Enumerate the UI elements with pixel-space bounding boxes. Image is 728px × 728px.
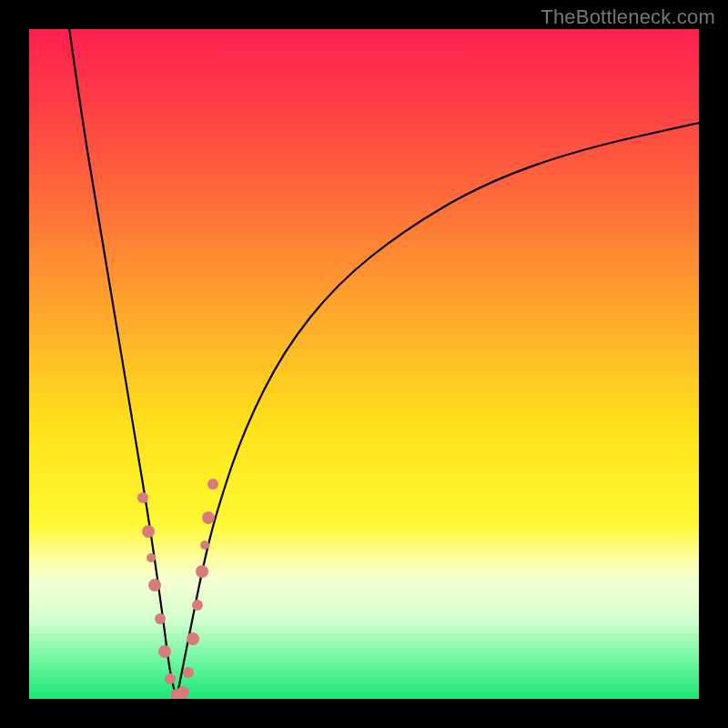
- data-marker: [158, 645, 171, 658]
- data-marker: [147, 553, 156, 562]
- data-marker: [207, 479, 218, 490]
- data-marker: [187, 632, 199, 645]
- data-marker: [200, 541, 209, 550]
- data-marker: [148, 579, 161, 592]
- data-marker: [165, 673, 176, 684]
- data-marker: [155, 613, 166, 624]
- chart-frame: TheBottleneck.com: [0, 0, 728, 728]
- data-marker: [183, 667, 194, 678]
- watermark-text: TheBottleneck.com: [541, 5, 715, 29]
- data-marker: [177, 686, 189, 699]
- bottleneck-curve: [29, 29, 699, 699]
- plot-area: [29, 29, 699, 699]
- data-marker: [137, 492, 148, 503]
- data-marker: [196, 565, 208, 578]
- data-marker: [142, 525, 155, 538]
- data-marker: [202, 511, 215, 524]
- data-marker: [192, 600, 203, 611]
